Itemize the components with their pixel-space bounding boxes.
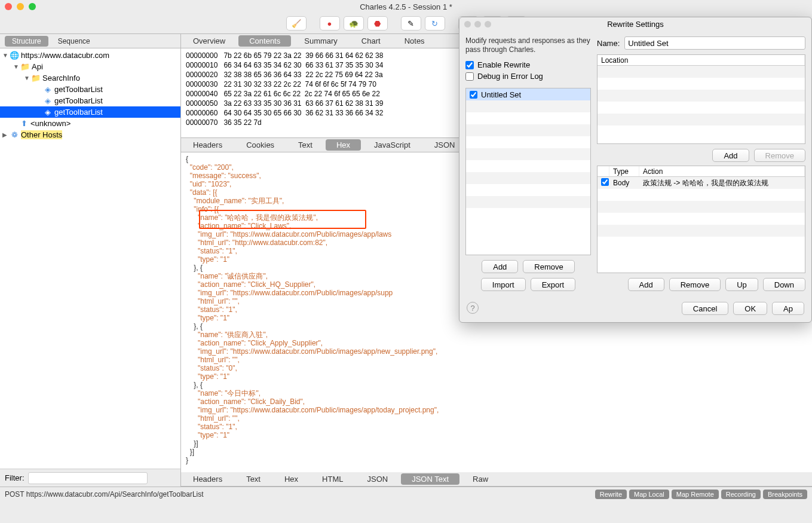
tree-item-label: getToolbarList [54,108,103,117]
folder-icon: 📁 [20,62,30,72]
location-header: Location [597,55,805,65]
add-location-button[interactable]: Add [712,149,749,162]
status-mapremote[interactable]: Map Remote [672,490,719,499]
status-breakpoints[interactable]: Breakpoints [763,490,807,499]
tree-unknown-label: <unknown> [30,119,71,128]
tab-text[interactable]: Text [287,139,323,151]
toolbar-edit-button[interactable]: ✎ [401,16,421,30]
request-icon: ◈ [43,96,53,106]
help-icon[interactable]: ? [467,302,479,314]
gear-icon: ❁ [10,130,19,140]
tab-headers[interactable]: Headers [182,139,233,151]
rule-set-checkbox[interactable] [470,91,477,99]
rule-set-name: Untitled Set [481,90,521,99]
tab-structure[interactable]: Structure [5,36,48,47]
tab-chart[interactable]: Chart [351,35,391,47]
import-button[interactable]: Import [481,278,526,291]
ok-button[interactable]: OK [733,302,767,315]
enable-rewrite-checkbox[interactable]: Enable Rewrite [465,60,591,69]
upload-icon: ⬆ [19,119,29,129]
cancel-button[interactable]: Cancel [682,302,728,315]
tree-host[interactable]: ▼🌐 https://www.datacubr.com [0,50,180,61]
tree-request[interactable]: ◈ getToolbarList [0,95,180,106]
set-name-input[interactable] [624,36,805,50]
status-bar: POST https://www.datacubr.com/Api/Search… [0,487,812,501]
tab-hex[interactable]: Hex [326,139,361,151]
tab-html-b[interactable]: HTML [311,473,354,485]
response-format-tabs: Headers Text Hex HTML JSON JSON Text Raw [181,472,812,487]
tree-other-hosts[interactable]: ▶❁ Other Hosts [0,129,180,140]
remove-rule-button[interactable]: Remove [669,278,721,291]
tree-request[interactable]: ◈ getToolbarList [0,84,180,95]
dialog-title: Rewrite Settings [459,20,811,29]
rules-table[interactable]: Type Action Body 政策法规 -> 哈哈哈，我是假的政策法规 [597,166,805,273]
rewrite-settings-dialog: Rewrite Settings Modify requests and res… [459,17,812,323]
toolbar-clear-button[interactable]: 🧹 [286,16,307,30]
apply-button[interactable]: Ap [772,302,804,315]
tree-unknown[interactable]: ⬆ <unknown> [0,118,180,129]
tab-sequence[interactable]: Sequence [51,36,97,47]
up-rule-button[interactable]: Up [725,278,758,291]
remove-location-button[interactable]: Remove [754,149,805,162]
filter-bar: Filter: [0,469,180,487]
tree-item-label: getToolbarList [54,85,103,94]
rule-action: 政策法规 -> 哈哈哈，我是假的政策法规 [639,177,805,189]
tree-host-label: https://www.datacubr.com [21,51,109,60]
status-rewrite[interactable]: Rewrite [595,490,627,499]
add-set-button[interactable]: Add [482,260,518,273]
debug-errorlog-checkbox[interactable]: Debug in Error Log [465,72,591,81]
export-button[interactable]: Export [531,278,576,291]
status-text: POST https://www.datacubr.com/Api/Search… [5,490,204,498]
tree-folder-api[interactable]: ▼ 📁 Api [0,61,180,72]
tab-jsontext-b[interactable]: JSON Text [401,473,459,485]
tab-summary[interactable]: Summary [293,35,348,47]
toolbar-repeat-button[interactable]: ↻ [425,16,445,30]
window-titlebar: Charles 4.2.5 - Session 1 * [0,0,812,13]
down-rule-button[interactable]: Down [763,278,805,291]
rule-checkbox[interactable] [601,178,609,186]
filter-label: Filter: [5,473,24,482]
tab-contents[interactable]: Contents [238,35,291,47]
window-title: Charles 4.2.5 - Session 1 * [0,2,812,11]
location-table[interactable]: Location [597,54,805,144]
request-icon: ◈ [43,108,53,117]
status-maplocal[interactable]: Map Local [629,490,669,499]
rule-sets-list[interactable]: Untitled Set [465,88,591,255]
highlight-annotation [199,210,366,229]
tree-folder-searchinfo[interactable]: ▼ 📁 SearchInfo [0,72,180,84]
add-rule-button[interactable]: Add [628,278,664,291]
tab-hex-b[interactable]: Hex [274,473,309,485]
rule-type: Body [609,178,639,188]
rule-row[interactable]: Body 政策法规 -> 哈哈哈，我是假的政策法规 [597,177,805,189]
tree-request-selected[interactable]: ◈ getToolbarList [0,106,180,118]
toolbar-record-button[interactable]: ● [320,16,340,30]
toolbar-breakpoints-button[interactable]: ⬣ [367,16,388,30]
folder-icon: 📁 [31,74,41,83]
type-header: Type [609,166,639,176]
tab-headers-b[interactable]: Headers [182,473,233,485]
tab-javascript[interactable]: JavaScript [363,139,421,151]
remove-set-button[interactable]: Remove [523,260,574,273]
request-icon: ◈ [43,85,53,94]
dialog-titlebar: Rewrite Settings [459,17,811,30]
tab-json-b[interactable]: JSON [357,473,399,485]
status-recording[interactable]: Recording [721,490,761,499]
filter-input[interactable] [28,472,148,484]
tree-item-label: getToolbarList [54,96,103,105]
dialog-description: Modify requests and responses as they pa… [465,36,591,54]
name-label: Name: [597,39,620,48]
toolbar-throttle-button[interactable]: 🐢 [344,16,364,30]
tab-overview[interactable]: Overview [182,35,236,47]
host-tree[interactable]: ▼🌐 https://www.datacubr.com ▼ 📁 Api ▼ 📁 … [0,48,180,469]
tab-cookies[interactable]: Cookies [235,139,285,151]
tab-text-b[interactable]: Text [235,473,271,485]
sidebar-tabs: Structure Sequence [0,34,180,48]
tab-notes[interactable]: Notes [394,35,436,47]
rule-set-row[interactable]: Untitled Set [466,88,590,100]
globe-icon: 🌐 [10,51,19,60]
tab-raw-b[interactable]: Raw [462,473,499,485]
tree-folder-label: SearchInfo [42,74,80,82]
tree-folder-label: Api [32,62,43,71]
tree-other-label: Other Hosts [21,130,62,139]
left-sidebar: Structure Sequence ▼🌐 https://www.datacu… [0,34,181,487]
